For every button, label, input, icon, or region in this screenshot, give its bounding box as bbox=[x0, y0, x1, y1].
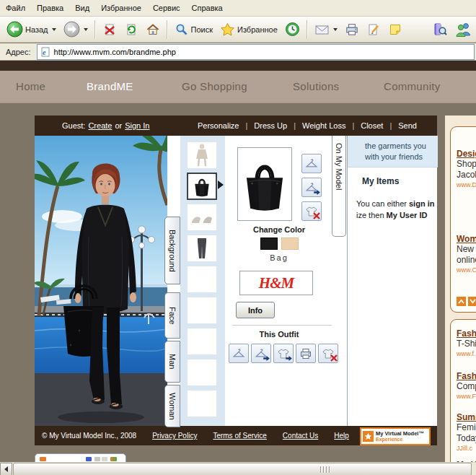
thumbnail-empty[interactable] bbox=[187, 390, 217, 417]
popup-mail-icon[interactable] bbox=[94, 457, 100, 461]
thumbnail-empty[interactable] bbox=[187, 328, 217, 355]
research-button[interactable] bbox=[428, 19, 451, 40]
ad-link[interactable]: Fashi bbox=[457, 328, 476, 339]
nav-community[interactable]: Community bbox=[384, 80, 441, 92]
thumbnail-empty[interactable] bbox=[187, 297, 217, 324]
put-on-model-button[interactable] bbox=[301, 154, 322, 173]
thumbnail-pants[interactable] bbox=[187, 235, 217, 262]
edit-button[interactable] bbox=[363, 20, 384, 39]
subnav-dress-up[interactable]: Dress Up bbox=[254, 121, 287, 130]
ad-url-link[interactable]: JJill.c bbox=[457, 444, 476, 453]
subnav-weight-loss[interactable]: Weight Loss bbox=[302, 121, 345, 130]
outfit-clear-button[interactable] bbox=[318, 344, 338, 363]
ad-link[interactable]: Fashi bbox=[457, 371, 476, 381]
outfit-wear-button[interactable] bbox=[229, 344, 249, 363]
mail-caret-icon[interactable] bbox=[333, 28, 338, 31]
ad-url-link[interactable]: www.f. bbox=[457, 349, 476, 358]
thumbnail-outfit[interactable] bbox=[187, 141, 217, 169]
change-color-label: Change Color bbox=[225, 225, 333, 234]
ad-link[interactable]: Wom bbox=[457, 234, 476, 244]
swatch-black[interactable] bbox=[260, 238, 278, 250]
terms-of-service-link[interactable]: Terms of Service bbox=[213, 432, 266, 440]
scroll-down-button[interactable] bbox=[468, 297, 476, 306]
brand-logo: H&M bbox=[259, 274, 294, 292]
mvm-experience-logo[interactable]: My Virtual Model™ Experience bbox=[360, 427, 431, 445]
brand-logo-box[interactable]: H&M bbox=[239, 271, 313, 295]
add-to-closet-button[interactable] bbox=[301, 178, 322, 197]
ad-url-link[interactable]: www.C bbox=[457, 266, 476, 274]
subnav-send[interactable]: Send bbox=[398, 121, 417, 130]
notes-button[interactable] bbox=[384, 20, 406, 39]
thumbnail-bag-selected[interactable] bbox=[187, 173, 217, 200]
contact-us-link[interactable]: Contact Us bbox=[283, 432, 318, 440]
menu-favorites[interactable]: Избранное bbox=[95, 1, 147, 14]
scroll-up-button[interactable] bbox=[457, 297, 466, 306]
info-button-label: Info bbox=[248, 306, 263, 315]
search-button[interactable]: Поиск bbox=[171, 20, 216, 39]
popup-print-icon[interactable] bbox=[86, 457, 92, 461]
messenger-button[interactable] bbox=[451, 19, 476, 40]
nav-home[interactable]: Home bbox=[16, 80, 45, 92]
menu-edit[interactable]: Правка bbox=[31, 1, 69, 14]
scroll-left-button[interactable] bbox=[0, 463, 12, 475]
search-label: Поиск bbox=[191, 25, 213, 34]
create-link[interactable]: Create bbox=[88, 121, 112, 130]
home-icon bbox=[146, 22, 160, 37]
outfit-send-button[interactable] bbox=[273, 344, 294, 363]
subnav-separator: | bbox=[389, 121, 392, 130]
tab-background[interactable]: Background bbox=[164, 217, 180, 284]
ad-link[interactable]: Summ bbox=[457, 412, 476, 422]
subnav-closet[interactable]: Closet bbox=[361, 121, 383, 130]
favorites-star-icon bbox=[220, 22, 235, 37]
or-label: or bbox=[115, 121, 122, 130]
stop-button[interactable] bbox=[99, 20, 120, 39]
tab-on-my-model[interactable]: On My Model bbox=[332, 136, 346, 237]
ad-item: Summ Femini Today JJill.c bbox=[457, 412, 476, 453]
swatch-beige[interactable] bbox=[281, 238, 299, 250]
menu-help[interactable]: Справка bbox=[186, 1, 229, 14]
remove-garment-button[interactable] bbox=[301, 201, 322, 221]
subnav-personalize[interactable]: Personalize bbox=[198, 121, 239, 130]
selected-item-arrow-icon bbox=[218, 180, 224, 189]
thumbnail-empty[interactable] bbox=[187, 359, 217, 386]
forward-caret-icon[interactable] bbox=[84, 28, 88, 31]
popup-folder-icon[interactable] bbox=[102, 457, 107, 461]
hanger-icon bbox=[232, 348, 245, 359]
refresh-button[interactable] bbox=[120, 20, 142, 39]
popup-save-icon[interactable] bbox=[40, 457, 46, 461]
sign-in-link[interactable]: Sign In bbox=[125, 121, 149, 130]
tab-woman[interactable]: Woman bbox=[164, 385, 180, 427]
ad-url-link[interactable]: www.F bbox=[457, 392, 476, 401]
help-line1: You can either bbox=[356, 199, 409, 208]
nav-go-shopping[interactable]: Go Shopping bbox=[182, 80, 247, 92]
tab-man[interactable]: Man bbox=[164, 341, 180, 383]
back-caret-icon[interactable] bbox=[52, 28, 56, 31]
menu-view[interactable]: Вид bbox=[69, 1, 95, 14]
thumbnail-empty[interactable] bbox=[187, 266, 217, 293]
history-button[interactable] bbox=[281, 19, 304, 39]
address-input[interactable]: e http://www.mvm.com/brandme.php bbox=[37, 44, 475, 60]
menu-file[interactable]: Файл bbox=[0, 1, 31, 14]
thumbnail-shoes[interactable] bbox=[187, 204, 217, 231]
remove-x-icon bbox=[313, 212, 320, 219]
info-button[interactable]: Info bbox=[236, 302, 275, 318]
privacy-policy-link[interactable]: Privacy Policy bbox=[152, 432, 197, 440]
outfit-save-button[interactable] bbox=[251, 344, 271, 363]
print-button[interactable] bbox=[341, 21, 363, 38]
back-button[interactable]: Назад bbox=[3, 19, 60, 40]
outfit-print-button[interactable] bbox=[296, 344, 316, 363]
menu-tools[interactable]: Сервис bbox=[147, 1, 186, 14]
home-button[interactable] bbox=[142, 20, 164, 39]
ad-url-link[interactable]: www.D bbox=[457, 180, 476, 189]
mail-button[interactable] bbox=[311, 21, 341, 38]
tab-face[interactable]: Face bbox=[164, 292, 180, 339]
scrollbar-thumb[interactable] bbox=[13, 463, 472, 475]
help-link[interactable]: Help bbox=[334, 432, 349, 440]
ad-link[interactable]: Desig bbox=[457, 149, 476, 159]
forward-button[interactable] bbox=[60, 19, 92, 40]
nav-solutions[interactable]: Solutions bbox=[293, 80, 339, 92]
nav-brandme[interactable]: BrandME bbox=[87, 80, 133, 92]
favorites-button[interactable]: Избранное bbox=[216, 20, 281, 39]
popup-open-icon[interactable] bbox=[110, 457, 117, 461]
horizontal-scrollbar[interactable] bbox=[0, 462, 476, 475]
